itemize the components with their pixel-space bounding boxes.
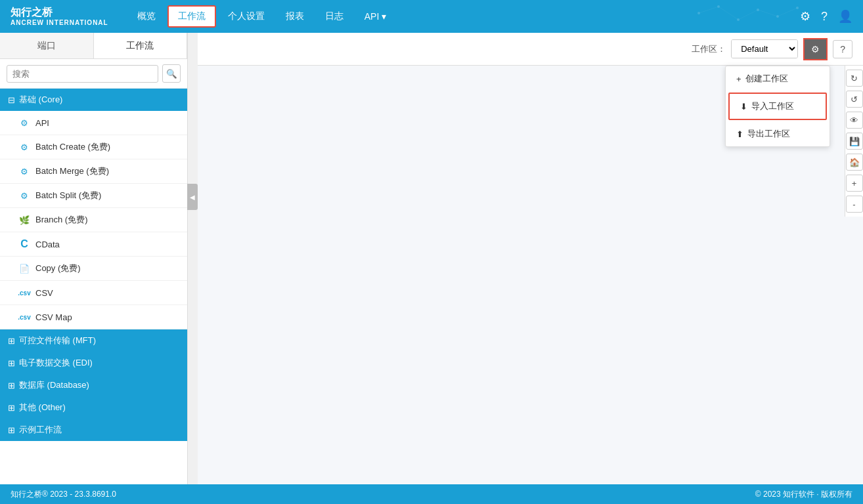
list-item-cdata-label: CData <box>35 240 60 249</box>
cdata-icon: C <box>18 238 30 250</box>
other-expand-icon: ⊞ <box>8 403 15 413</box>
svg-line-7 <box>719 7 738 20</box>
list-item-batch-merge[interactable]: ⚙ Batch Merge (免费) <box>0 159 187 184</box>
svg-line-6 <box>699 7 719 13</box>
home-button[interactable]: 🏠 <box>846 154 863 171</box>
list-item-cdata[interactable]: C CData <box>0 232 187 257</box>
list-item-csv[interactable]: .csv CSV <box>0 281 187 305</box>
list-item-batch-create[interactable]: ⚙ Batch Create (免费) <box>0 135 187 159</box>
list-item-api-label: API <box>35 118 49 128</box>
list-item-branch[interactable]: 🌿 Branch (免费) <box>0 208 187 232</box>
database-expand-icon: ⊞ <box>8 381 15 390</box>
category-other[interactable]: ⊞ 其他 (Other) <box>0 396 187 419</box>
logo: 知行之桥 ANCREW INTERNATIONAL <box>11 6 108 26</box>
search-icon: 🔍 <box>166 69 177 79</box>
mft-expand-icon: ⊞ <box>8 336 15 346</box>
list-item-api[interactable]: ⚙ API <box>0 111 187 135</box>
nav-reports[interactable]: 报表 <box>277 7 313 26</box>
workspace-dropdown: + 创建工作区 ⬇ 导入工作区 ⬆ 导出工作区 <box>725 66 830 147</box>
search-button[interactable]: 🔍 <box>162 64 181 83</box>
top-navigation: 知行之桥 ANCREW INTERNATIONAL 概览 工作流 个人设置 报表… <box>0 0 863 33</box>
workspace-select-wrapper: Default <box>731 39 798 58</box>
preview-button[interactable]: 👁 <box>846 112 863 129</box>
example-expand-icon: ⊞ <box>8 425 15 435</box>
list-item-csv-map-label: CSV Map <box>35 312 72 322</box>
list-item-branch-label: Branch (免费) <box>35 214 87 226</box>
svg-line-9 <box>758 10 778 16</box>
refresh-button[interactable]: ↻ <box>846 70 863 87</box>
nav-workflow[interactable]: 工作流 <box>167 5 216 28</box>
export-workspace-label: 导出工作区 <box>747 128 790 140</box>
search-input[interactable] <box>7 65 158 83</box>
create-workspace-label: 创建工作区 <box>745 73 788 85</box>
category-expand-icon: ⊟ <box>8 95 15 105</box>
batch-merge-icon: ⚙ <box>18 165 30 177</box>
undo-button[interactable]: ↺ <box>846 91 863 108</box>
category-core[interactable]: ⊟ 基础 (Core) <box>0 89 187 111</box>
workspace-help-icon: ? <box>840 44 845 54</box>
category-database[interactable]: ⊞ 数据库 (Database) <box>0 374 187 396</box>
batch-create-icon: ⚙ <box>18 141 30 153</box>
nav-api[interactable]: API ▾ <box>355 7 395 26</box>
dropdown-export-workspace[interactable]: ⬆ 导出工作区 <box>726 121 830 146</box>
dropdown-create-workspace[interactable]: + 创建工作区 <box>726 66 830 91</box>
api-icon: ⚙ <box>18 117 30 129</box>
footer-left: 知行之桥® 2023 - 23.3.8691.0 <box>11 489 116 500</box>
workspace-label: 工作区： <box>692 43 726 55</box>
list-item-csv-map[interactable]: .csv CSV Map <box>0 305 187 329</box>
category-edi[interactable]: ⊞ 电子数据交换 (EDI) <box>0 352 187 374</box>
search-bar: 🔍 <box>0 59 187 89</box>
footer-right: © 2023 知行软件 · 版权所有 <box>755 489 852 500</box>
logo-main: 知行之桥 <box>11 6 108 18</box>
list-item-batch-merge-label: Batch Merge (免费) <box>35 165 109 177</box>
logo-sub: ANCREW INTERNATIONAL <box>11 19 108 27</box>
category-example-label: 示例工作流 <box>19 424 62 436</box>
copy-icon: 📄 <box>18 262 30 274</box>
category-mft[interactable]: ⊞ 可控文件传输 (MFT) <box>0 329 187 352</box>
category-edi-label: 电子数据交换 (EDI) <box>19 357 93 369</box>
nav-overview[interactable]: 概览 <box>128 7 165 26</box>
sidebar-tabs: 端口 工作流 <box>0 33 187 59</box>
list-item-batch-create-label: Batch Create (免费) <box>35 141 110 153</box>
content-area: 工作区： Default ⚙ ? + 创建工作区 ⬇ 导入工作区 <box>198 33 863 484</box>
content-toolbar: 工作区： Default ⚙ ? <box>198 33 863 66</box>
zoom-out-button[interactable]: - <box>846 196 863 213</box>
right-tools: ↻ ↺ 👁 💾 🏠 + - <box>845 66 863 217</box>
list-item-copy-label: Copy (免费) <box>35 262 81 274</box>
list-item-batch-split-label: Batch Split (免费) <box>35 190 101 201</box>
batch-split-icon: ⚙ <box>18 190 30 201</box>
sidebar-collapse-toggle[interactable]: ◀ <box>187 184 198 210</box>
edi-expand-icon: ⊞ <box>8 358 15 368</box>
save-button[interactable]: 💾 <box>846 133 863 150</box>
category-example-workflow[interactable]: ⊞ 示例工作流 <box>0 419 187 441</box>
sidebar: 端口 工作流 🔍 ⊟ 基础 (Core) ⚙ API ⚙ Batch Creat… <box>0 33 188 484</box>
workspace-help-button[interactable]: ? <box>833 40 852 58</box>
nav-logs[interactable]: 日志 <box>316 7 353 26</box>
nav-decoration <box>679 0 810 33</box>
svg-line-10 <box>778 8 797 16</box>
tab-workflow[interactable]: 工作流 <box>94 33 188 58</box>
list-item-batch-split[interactable]: ⚙ Batch Split (免费) <box>0 184 187 208</box>
footer: 知行之桥® 2023 - 23.3.8691.0 © 2023 知行软件 · 版… <box>0 484 863 504</box>
import-workspace-label: 导入工作区 <box>751 100 794 112</box>
dropdown-import-workspace[interactable]: ⬇ 导入工作区 <box>728 93 827 120</box>
user-icon[interactable]: 👤 <box>838 9 852 24</box>
category-other-label: 其他 (Other) <box>19 402 66 413</box>
workspace-settings-button[interactable]: ⚙ <box>803 38 828 60</box>
list-item-copy[interactable]: 📄 Copy (免费) <box>0 257 187 281</box>
category-database-label: 数据库 (Database) <box>19 379 89 391</box>
csv-icon: .csv <box>18 287 30 299</box>
list-item-csv-label: CSV <box>35 288 53 298</box>
sidebar-list: ⊟ 基础 (Core) ⚙ API ⚙ Batch Create (免费) ⚙ … <box>0 89 187 484</box>
zoom-in-button[interactable]: + <box>846 175 863 192</box>
workspace-settings-icon: ⚙ <box>811 44 820 54</box>
tab-port[interactable]: 端口 <box>0 33 94 58</box>
create-workspace-icon: + <box>736 74 741 84</box>
category-core-label: 基础 (Core) <box>19 94 62 106</box>
import-workspace-icon: ⬇ <box>740 102 747 112</box>
nav-personal-settings[interactable]: 个人设置 <box>219 7 274 26</box>
help-icon[interactable]: ? <box>821 10 828 24</box>
branch-icon: 🌿 <box>18 214 30 226</box>
csv-map-icon: .csv <box>18 311 30 323</box>
workspace-select[interactable]: Default <box>732 40 797 58</box>
